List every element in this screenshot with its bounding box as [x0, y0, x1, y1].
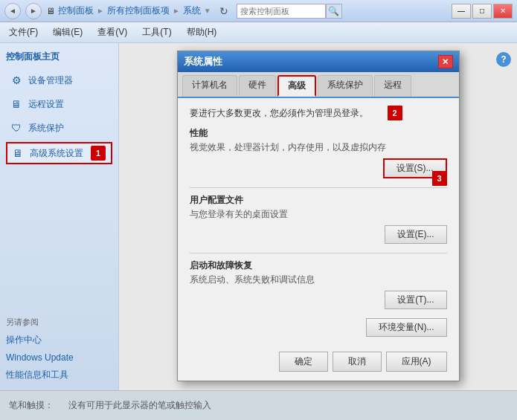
sidebar-item-device-mgr-label: 设备管理器 — [28, 74, 73, 87]
menu-edit[interactable]: 编辑(E) — [50, 25, 86, 40]
help-icon[interactable]: ? — [496, 52, 511, 67]
dialog-close-button[interactable]: ✕ — [438, 55, 453, 68]
sidebar-footer: 另请参阅 操作中心 Windows Update 性能信息和工具 — [6, 317, 112, 383]
status-left: 笔和触摸： — [9, 399, 54, 412]
address-dropdown-arrow[interactable]: ▼ — [204, 7, 211, 15]
env-btn-row: 环境变量(N)... — [190, 318, 447, 337]
tab-computer-name[interactable]: 计算机名 — [182, 75, 237, 97]
address-segment-1[interactable]: 控制面板 — [58, 4, 94, 17]
badge-1: 1 — [91, 146, 106, 161]
title-bar: ◄ ► 🖥 控制面板 ► 所有控制面板项 ► 系统 ▼ ↻ 🔍 — □ ✕ — [0, 0, 517, 22]
address-segment-3[interactable]: 系统 — [183, 4, 201, 17]
section-startup-desc: 系统启动、系统失败和调试信息 — [190, 274, 447, 286]
search-input[interactable] — [237, 4, 326, 19]
dialog-overlay: 系统属性 ✕ 计算机名 硬件 高级 系统保护 远程 要进行大多数更 — [119, 43, 517, 390]
dialog-note-container: 要进行大多数更改，您必须作为管理员登录。 2 — [190, 107, 447, 120]
sidebar-item-system-protect-label: 系统保护 — [28, 122, 64, 135]
tab-advanced[interactable]: 高级 — [277, 75, 316, 97]
badge-2: 2 — [388, 106, 402, 120]
dialog-body: 要进行大多数更改，您必须作为管理员登录。 2 性能 视觉效果，处理器计划，内存使… — [178, 98, 459, 346]
sidebar-footer-title: 另请参阅 — [6, 317, 112, 328]
cancel-button[interactable]: 取消 — [333, 352, 382, 372]
sidebar-item-advanced-label: 高级系统设置 — [30, 147, 83, 160]
section-performance-title: 性能 — [190, 127, 447, 140]
dialog-title: 系统属性 — [184, 55, 222, 68]
divider-2 — [190, 253, 447, 253]
section-startup: 启动和故障恢复 系统启动、系统失败和调试信息 设置(T)... — [190, 259, 447, 309]
status-right: 没有可用于此显示器的笔或触控输入 — [68, 399, 211, 412]
system-properties-dialog: 系统属性 ✕ 计算机名 硬件 高级 系统保护 远程 要进行大多数更 — [177, 51, 460, 381]
sidebar-item-advanced[interactable]: 🖥 高级系统设置 1 — [6, 142, 112, 164]
tab-remote[interactable]: 远程 — [374, 75, 411, 97]
device-mgr-icon: ⚙ — [9, 73, 24, 88]
section-performance-btn-row: 设置(S)... — [190, 158, 447, 178]
maximize-button[interactable]: □ — [472, 4, 492, 19]
status-bar: 笔和触摸： 没有可用于此显示器的笔或触控输入 — [0, 390, 517, 420]
remote-icon: 🖥 — [9, 97, 24, 112]
menu-view[interactable]: 查看(V) — [94, 25, 130, 40]
sidebar-item-device-mgr[interactable]: ⚙ 设备管理器 — [6, 71, 112, 90]
minimize-button[interactable]: — — [452, 4, 471, 19]
section-user-profiles-btn-row: 设置(E)... — [190, 225, 447, 244]
system-protect-icon: 🛡 — [9, 120, 24, 135]
menu-tools[interactable]: 工具(T) — [139, 25, 174, 40]
refresh-button[interactable]: ↻ — [216, 3, 232, 19]
sidebar-footer-performance[interactable]: 性能信息和工具 — [6, 367, 112, 383]
section-performance-desc: 视觉效果，处理器计划，内存使用，以及虚拟内存 — [190, 141, 447, 154]
sidebar-item-remote-label: 远程设置 — [28, 98, 64, 111]
nav-back-button[interactable]: ◄ — [4, 3, 21, 19]
sidebar-item-remote[interactable]: 🖥 远程设置 — [6, 94, 112, 114]
title-bar-left: ◄ ► 🖥 控制面板 ► 所有控制面板项 ► 系统 ▼ ↻ 🔍 — [4, 3, 342, 19]
nav-forward-button[interactable]: ► — [25, 3, 42, 19]
section-user-profiles: 用户配置文件 与您登录有关的桌面设置 设置(E)... — [190, 194, 447, 244]
section-startup-btn-row: 设置(T)... — [190, 291, 447, 309]
ok-button[interactable]: 确定 — [279, 352, 328, 372]
address-icon: 🖥 — [46, 6, 55, 16]
advanced-icon: 🖥 — [10, 146, 25, 161]
sidebar-title: 控制面板主页 — [6, 51, 112, 63]
section-user-profiles-title: 用户配置文件 — [190, 194, 447, 207]
tab-system-protect[interactable]: 系统保护 — [318, 75, 373, 97]
toolbar: 文件(F) 编辑(E) 查看(V) 工具(T) 帮助(H) — [0, 22, 517, 43]
apply-button[interactable]: 应用(A) — [386, 352, 447, 372]
dialog-footer: 确定 取消 应用(A) — [178, 346, 459, 381]
divider-1 — [190, 187, 447, 188]
address-arrow-1: ► — [97, 7, 104, 15]
address-arrow-2: ► — [173, 7, 180, 15]
menu-help[interactable]: 帮助(H) — [184, 25, 220, 40]
sidebar-footer-action-center[interactable]: 操作中心 — [6, 332, 112, 348]
sidebar-footer-windows-update[interactable]: Windows Update — [6, 351, 112, 364]
section-performance: 性能 视觉效果，处理器计划，内存使用，以及虚拟内存 设置(S)... — [190, 127, 447, 178]
address-bar: 🖥 控制面板 ► 所有控制面板项 ► 系统 ▼ — [46, 4, 211, 17]
close-button[interactable]: ✕ — [493, 4, 513, 19]
sidebar-item-system-protect[interactable]: 🛡 系统保护 — [6, 118, 112, 138]
search-box: 🔍 — [237, 4, 342, 19]
window-controls: — □ ✕ — [452, 4, 513, 19]
startup-settings-button[interactable]: 设置(T)... — [385, 291, 446, 309]
content-area: 控制面板主页 ⚙ 设备管理器 🖥 远程设置 🛡 系统保护 🖥 高级系统设置 1 … — [0, 43, 517, 390]
section-user-profiles-desc: 与您登录有关的桌面设置 — [190, 208, 447, 221]
search-button[interactable]: 🔍 — [326, 4, 342, 19]
section-startup-title: 启动和故障恢复 — [190, 259, 447, 272]
env-variables-button[interactable]: 环境变量(N)... — [366, 318, 447, 337]
dialog-note: 要进行大多数更改，您必须作为管理员登录。 — [190, 108, 368, 118]
address-segment-2[interactable]: 所有控制面板项 — [107, 4, 170, 17]
main-content: 系统属性 ✕ 计算机名 硬件 高级 系统保护 远程 要进行大多数更 — [119, 43, 517, 390]
user-profiles-settings-button[interactable]: 设置(E)... — [385, 225, 447, 244]
main-window: ◄ ► 🖥 控制面板 ► 所有控制面板项 ► 系统 ▼ ↻ 🔍 — □ ✕ — [0, 0, 517, 420]
sidebar: 控制面板主页 ⚙ 设备管理器 🖥 远程设置 🛡 系统保护 🖥 高级系统设置 1 … — [0, 43, 119, 390]
tab-hardware[interactable]: 硬件 — [239, 75, 276, 97]
tab-bar: 计算机名 硬件 高级 系统保护 远程 — [178, 72, 459, 98]
menu-file[interactable]: 文件(F) — [6, 25, 41, 40]
dialog-title-bar: 系统属性 ✕ — [178, 51, 459, 72]
badge-3: 3 — [432, 171, 447, 186]
